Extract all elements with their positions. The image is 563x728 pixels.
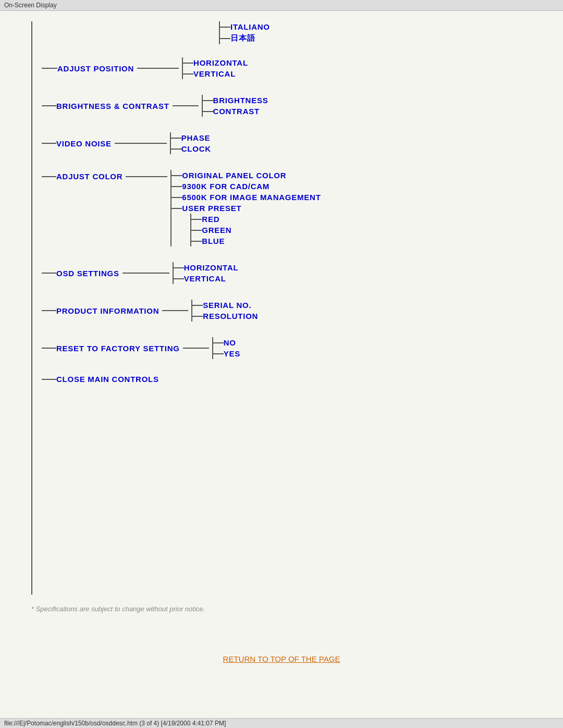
return-link-text[interactable]: RETURN TO TOP OF THE PAGE [223, 655, 340, 663]
horiz-osd-label: HORIZONTAL [184, 263, 239, 272]
video-noise-section: VIDEO NOISE PHASE CLOCK [42, 132, 542, 154]
user-preset-label: USER PRESET [182, 204, 241, 213]
note: * Specifications are subject to change w… [31, 605, 553, 613]
page-title: On-Screen Display [4, 2, 57, 9]
browser-bar: On-Screen Display [0, 0, 563, 11]
reset-label: RESET TO FACTORY SETTING [56, 344, 180, 353]
yes-label: YES [224, 349, 240, 358]
contrast-label: CONTRAST [213, 107, 260, 116]
italiano-label: ITALIANO [230, 22, 270, 31]
adjust-color-section: ADJUST COLOR ORIGINAL PANEL COLOR 9300K … [42, 170, 542, 246]
adjust-color-label: ADJUST COLOR [56, 170, 123, 181]
osd-settings-label: OSD SETTINGS [56, 269, 119, 278]
language-section: ITALIANO 日本語 [42, 21, 542, 44]
page-content: ITALIANO 日本語 ADJUST POSITION [0, 11, 563, 720]
product-info-section: PRODUCT INFORMATION SERIAL NO. RESOLUTIO… [42, 300, 542, 322]
japanese-label: 日本語 [230, 33, 255, 43]
blue-label: BLUE [202, 237, 225, 245]
brightness-contrast-section: BRIGHTNESS & CONTRAST BRIGHTNESS CONTRAS… [42, 95, 542, 117]
6500k-label: 6500K FOR IMAGE MANAGEMENT [182, 193, 321, 202]
horiz-ap-label: HORIZONTAL [193, 58, 248, 67]
phase-label: PHASE [181, 133, 210, 142]
original-panel-label: ORIGINAL PANEL COLOR [182, 171, 286, 180]
return-link[interactable]: RETURN TO TOP OF THE PAGE [10, 655, 553, 663]
product-info-label: PRODUCT INFORMATION [56, 306, 159, 315]
clock-label: CLOCK [181, 144, 211, 153]
status-text: file:///E|/Potomac/english/150b/osd/osdd… [4, 720, 226, 727]
brightness-contrast-label: BRIGHTNESS & CONTRAST [56, 102, 169, 110]
resolution-label: RESOLUTION [203, 312, 258, 320]
green-label: GREEN [202, 226, 231, 235]
brightness-label: BRIGHTNESS [213, 96, 268, 105]
vert-osd-label: VERTICAL [184, 274, 226, 283]
status-bar: file:///E|/Potomac/english/150b/osd/osdd… [0, 718, 563, 728]
adjust-position-label: ADJUST POSITION [57, 64, 134, 73]
osd-settings-section: OSD SETTINGS HORIZONTAL VERTICAL [42, 262, 542, 284]
adjust-position-section: ADJUST POSITION HORIZONTAL VERTICAL [42, 57, 542, 79]
no-label: NO [224, 338, 236, 347]
vert-ap-label: VERTICAL [193, 69, 236, 78]
reset-section: RESET TO FACTORY SETTING NO YES [42, 337, 542, 359]
close-section: CLOSE MAIN CONTROLS [42, 375, 542, 384]
serial-no-label: SERIAL NO. [203, 301, 251, 310]
red-label: RED [202, 215, 219, 224]
video-noise-label: VIDEO NOISE [56, 139, 112, 148]
9300k-label: 9300K FOR CAD/CAM [182, 182, 270, 191]
close-label: CLOSE MAIN CONTROLS [56, 375, 159, 384]
